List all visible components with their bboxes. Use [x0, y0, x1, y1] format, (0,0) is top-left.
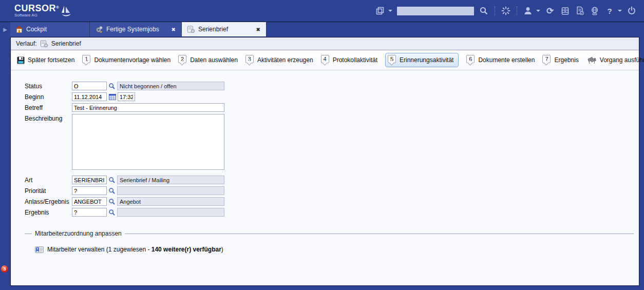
tab-label: Cockpit [26, 26, 84, 33]
step-number-badge: 6 [466, 55, 475, 63]
ergebnis-row: Ergebnis [25, 208, 639, 217]
tab-scroll-arrow-icon[interactable]: ▶ [0, 22, 10, 36]
busy-spinner-icon [501, 6, 511, 16]
serienbrief-document-icon [187, 26, 195, 33]
tab-serienbrief[interactable]: Serienbrief ✖ [182, 22, 267, 36]
cursor-logo: CURSOR® Software AG [14, 4, 72, 18]
step-1-dokumentenvorlage[interactable]: 1 Dokumentenvorlage wählen [82, 55, 171, 65]
power-icon[interactable] [627, 6, 637, 16]
run-process-button[interactable]: Vorgang ausführen [586, 56, 644, 64]
floppy-disk-icon [17, 56, 25, 64]
description-row: Beschreibung [25, 114, 639, 170]
subject-input[interactable] [72, 103, 224, 112]
sailboat-icon [61, 5, 72, 18]
anlass-text-field: Angebot [117, 197, 224, 206]
step-number-badge: 5 [388, 55, 396, 63]
document-edit-icon[interactable] [575, 6, 585, 16]
user-menu-caret-icon[interactable] [536, 10, 540, 12]
breadcrumb-item[interactable]: Serienbrief [51, 40, 81, 47]
art-lookup-icon[interactable] [107, 177, 117, 184]
status-label: Status [25, 83, 72, 90]
save-later-label: Später fortsetzen [28, 56, 74, 64]
step-5-erinnerungsaktivitaet[interactable]: 5 Erinnerungsaktivität [385, 53, 459, 67]
systemjobs-gear-icon [95, 26, 103, 33]
window-menu-caret-icon[interactable] [388, 10, 392, 12]
begin-label: Beginn [25, 93, 72, 101]
step-label: Dokumentenvorlage wählen [94, 56, 171, 64]
art-row: Art Serienbrief / Mailing [25, 176, 639, 184]
tab-label: Fertige Systemjobs [106, 26, 168, 33]
step-3-aktivitaeten-erzeugen[interactable]: 3 Aktivitäten erzeugen [245, 55, 313, 65]
step-number-badge: 4 [321, 55, 329, 63]
step-label: Daten auswählen [190, 56, 238, 64]
priority-lookup-icon[interactable] [107, 187, 117, 195]
step-label: Protokollaktivität [333, 56, 377, 64]
status-lookup-icon[interactable] [107, 83, 117, 90]
serienbrief-document-icon [40, 40, 48, 48]
step-label: Dokumente erstellen [478, 56, 535, 64]
begin-time-input[interactable] [118, 92, 135, 101]
run-process-label: Vorgang ausführen [600, 56, 644, 64]
manage-employees-link[interactable]: Mitarbeiter verwalten (1 zugewiesen - 14… [35, 246, 639, 253]
step-number-badge: 3 [245, 55, 254, 63]
tab-cockpit[interactable]: Cockpit [10, 22, 90, 36]
anlass-code-input[interactable] [72, 197, 107, 206]
art-text-field: Serienbrief / Mailing [117, 176, 224, 184]
anlass-lookup-icon[interactable] [107, 198, 117, 205]
help-menu-caret-icon[interactable] [618, 10, 622, 12]
step-6-dokumente-erstellen[interactable]: 6 Dokumente erstellen [466, 55, 535, 65]
brand-subtitle: Software AG [14, 13, 59, 17]
priority-code-input[interactable] [72, 186, 107, 195]
header-divider [495, 6, 495, 15]
save-later-button[interactable]: Später fortsetzen [17, 56, 74, 64]
section-title: Mitarbeiterzuordnung anpassen [35, 230, 122, 237]
tab-fertige-systemjobs[interactable]: Fertige Systemjobs ✖ [90, 22, 182, 36]
home-icon [15, 26, 23, 33]
section-divider [125, 234, 634, 234]
step-number-badge: 2 [178, 55, 186, 63]
app-header: CURSOR® Software AG [0, 0, 644, 22]
search-icon[interactable] [479, 6, 489, 16]
link-bold-count: 140 weitere(r) verfügbar [151, 246, 221, 253]
subject-label: Betreff [25, 104, 72, 111]
status-code-input[interactable] [72, 82, 107, 90]
tab-close-icon[interactable]: ✖ [256, 27, 261, 32]
tab-close-icon[interactable]: ✖ [171, 27, 176, 32]
brand-name: CURSOR [14, 3, 56, 13]
main-frame: Verlauf: Serienbrief Später fortsetzen 1… [10, 37, 639, 286]
archive-cabinet-icon[interactable] [560, 6, 570, 16]
breadcrumb-label: Verlauf: [16, 40, 37, 47]
refresh-icon[interactable]: ⟳ [545, 6, 555, 16]
status-row: Status Nicht begonnen / offen [25, 82, 639, 90]
priority-text-field [117, 186, 224, 195]
subject-row: Betreff [25, 103, 639, 112]
help-icon[interactable]: ? [604, 6, 615, 16]
window-stack-icon[interactable] [375, 6, 385, 16]
header-divider [517, 6, 517, 15]
user-icon[interactable] [523, 6, 533, 16]
ergebnis-code-input[interactable] [72, 208, 107, 217]
priority-label: Priorität [25, 187, 72, 195]
ergebnis-lookup-icon[interactable] [107, 209, 117, 216]
notification-badge[interactable]: 3 [1, 265, 8, 273]
anlass-row: Anlass/Ergebnis Angebot [25, 197, 639, 206]
globe-icon[interactable] [590, 6, 600, 16]
link-suffix: ) [221, 246, 223, 253]
calendar-icon[interactable] [107, 93, 118, 100]
step-2-daten-auswaehlen[interactable]: 2 Daten auswählen [178, 55, 238, 65]
description-label: Beschreibung [25, 114, 72, 122]
begin-row: Beginn [25, 92, 639, 101]
ergebnis-label: Ergebnis [25, 209, 72, 216]
link-prefix: Mitarbeiter verwalten (1 zugewiesen - [47, 246, 151, 253]
art-code-input[interactable] [72, 176, 107, 184]
tab-strip: ▶ Cockpit Fertige Systemjobs ✖ Serienbri… [0, 22, 644, 36]
step-4-protokollaktivitaet[interactable]: 4 Protokollaktivität [321, 55, 377, 65]
step-7-ergebnis[interactable]: 7 Ergebnis [542, 55, 578, 65]
begin-date-input[interactable] [72, 92, 107, 101]
mitarbeiter-section-header: Mitarbeiterzuordnung anpassen [25, 230, 634, 237]
status-text-field: Nicht begonnen / offen [117, 82, 224, 90]
global-search-input[interactable] [397, 7, 474, 15]
section-divider [25, 234, 32, 234]
breadcrumb: Verlauf: Serienbrief [11, 37, 639, 50]
description-textarea[interactable] [72, 114, 224, 170]
